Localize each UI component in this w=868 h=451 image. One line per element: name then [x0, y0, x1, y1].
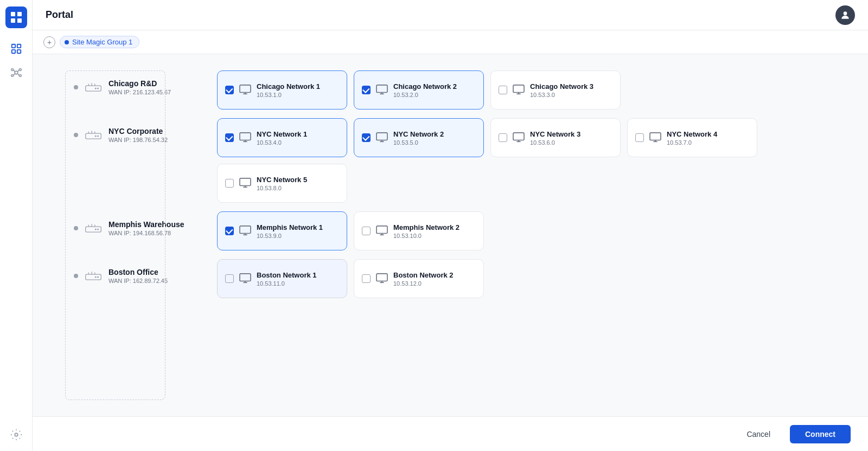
site-row-nyc: NYC Corporate WAN IP: 198.76.54.32 NYC N…	[65, 118, 835, 203]
svg-point-9	[11, 69, 13, 71]
site-row-boston: Boston Office WAN IP: 162.89.72.45 Bosto…	[65, 259, 835, 298]
network-name-nyc-net-2: NYC Network 2	[393, 130, 444, 138]
network-ip-chicago-net-3: 10.53.3.0	[530, 92, 593, 98]
svg-point-8	[15, 71, 18, 74]
network-card-nyc-net-4[interactable]: NYC Network 4 10.53.7.0	[627, 118, 757, 157]
network-checkbox-nyc-net-5[interactable]	[225, 179, 234, 188]
site-row-chicago: Chicago R&D WAN IP: 216.123.45.67 Chicag…	[65, 70, 835, 109]
site-name-chicago: Chicago R&D	[108, 79, 171, 88]
add-group-button[interactable]: +	[43, 36, 55, 48]
network-checkbox-memphis-net-2[interactable]	[362, 227, 371, 235]
network-name-chicago-net-2: Chicago Network 2	[393, 82, 457, 91]
network-card-nyc-net-1[interactable]: NYC Network 1 10.53.4.0	[217, 118, 347, 157]
network-info-boston-net-2: Boston Network 2 10.53.12.0	[393, 271, 454, 287]
svg-rect-25	[240, 85, 251, 93]
site-status-dot	[74, 133, 78, 137]
site-row-memphis: Memphis Warehouse WAN IP: 194.168.56.78 …	[65, 211, 835, 250]
site-name-memphis: Memphis Warehouse	[108, 220, 184, 229]
network-checkbox-memphis-net-1[interactable]	[225, 227, 234, 235]
networks-area-memphis: Memphis Network 1 10.53.9.0 Memphis Netw…	[217, 211, 835, 250]
network-name-boston-net-2: Boston Network 2	[393, 271, 454, 279]
avatar[interactable]	[835, 5, 855, 25]
network-card-chicago-net-3[interactable]: Chicago Network 3 10.53.3.0	[490, 70, 621, 109]
main-content: Portal + Site Magic Group 1 Chicago R&D …	[33, 0, 868, 451]
svg-rect-6	[11, 50, 15, 53]
svg-rect-31	[513, 85, 524, 93]
connect-button[interactable]: Connect	[790, 425, 851, 443]
svg-rect-28	[376, 85, 387, 93]
network-name-memphis-net-2: Memphis Network 2	[393, 223, 459, 231]
network-card-boston-net-1[interactable]: Boston Network 1 10.53.11.0	[217, 259, 347, 298]
network-card-memphis-net-1[interactable]: Memphis Network 1 10.53.9.0	[217, 211, 347, 250]
network-ip-nyc-net-2: 10.53.5.0	[393, 139, 444, 146]
network-checkbox-chicago-net-3[interactable]	[499, 86, 507, 94]
svg-point-71	[97, 276, 99, 278]
network-card-chicago-net-2[interactable]: Chicago Network 2 10.53.2.0	[354, 70, 484, 109]
network-name-boston-net-1: Boston Network 1	[257, 271, 317, 279]
svg-point-18	[844, 11, 847, 15]
network-name-nyc-net-1: NYC Network 1	[257, 130, 307, 138]
network-name-memphis-net-1: Memphis Network 1	[257, 223, 323, 231]
network-checkbox-nyc-net-1[interactable]	[225, 133, 234, 142]
svg-point-12	[19, 75, 21, 77]
site-info-nyc: NYC Corporate WAN IP: 198.76.54.32	[65, 118, 217, 152]
network-ip-memphis-net-2: 10.53.10.0	[393, 233, 459, 239]
sidebar-item-network[interactable]	[7, 39, 26, 59]
svg-point-10	[19, 69, 21, 71]
site-details-boston: Boston Office WAN IP: 162.89.72.45	[108, 268, 168, 284]
svg-point-23	[97, 88, 99, 89]
network-card-nyc-net-5[interactable]: NYC Network 5 10.53.8.0	[217, 164, 347, 203]
site-info-memphis: Memphis Warehouse WAN IP: 194.168.56.78	[65, 211, 217, 245]
network-card-nyc-net-3[interactable]: NYC Network 3 10.53.6.0	[490, 118, 621, 157]
site-wan-boston: WAN IP: 162.89.72.45	[108, 278, 168, 284]
network-info-nyc-net-5: NYC Network 5 10.53.8.0	[257, 176, 307, 191]
network-checkbox-nyc-net-4[interactable]	[635, 133, 644, 142]
svg-point-72	[95, 276, 97, 278]
network-name-chicago-net-1: Chicago Network 1	[257, 82, 320, 91]
network-name-nyc-net-4: NYC Network 4	[667, 130, 717, 138]
svg-rect-3	[17, 18, 22, 23]
network-ip-memphis-net-1: 10.53.9.0	[257, 233, 323, 239]
network-checkbox-nyc-net-3[interactable]	[499, 133, 507, 142]
network-info-nyc-net-4: NYC Network 4 10.53.7.0	[667, 130, 717, 146]
svg-point-17	[15, 433, 18, 436]
site-details-nyc: NYC Corporate WAN IP: 198.76.54.32	[108, 127, 168, 143]
sites-grid: Chicago R&D WAN IP: 216.123.45.67 Chicag…	[65, 70, 835, 307]
site-details-memphis: Memphis Warehouse WAN IP: 194.168.56.78	[108, 220, 184, 236]
site-status-dot	[74, 226, 78, 230]
cancel-button[interactable]: Cancel	[733, 425, 783, 443]
networks-area-boston: Boston Network 1 10.53.11.0 Boston Netwo…	[217, 259, 835, 298]
sidebar-item-settings[interactable]	[7, 425, 26, 444]
site-info-boston: Boston Office WAN IP: 162.89.72.45	[65, 259, 217, 293]
site-status-dot	[74, 274, 78, 278]
svg-rect-1	[17, 12, 22, 16]
svg-line-16	[17, 74, 19, 76]
site-name-nyc: NYC Corporate	[108, 127, 168, 136]
svg-line-13	[13, 70, 15, 72]
network-card-boston-net-2[interactable]: Boston Network 2 10.53.12.0	[354, 259, 484, 298]
breadcrumb-group[interactable]: Site Magic Group 1	[60, 36, 139, 48]
network-card-memphis-net-2[interactable]: Memphis Network 2 10.53.10.0	[354, 211, 484, 250]
network-checkbox-nyc-net-2[interactable]	[362, 133, 371, 142]
network-ip-boston-net-2: 10.53.12.0	[393, 280, 454, 287]
network-ip-chicago-net-2: 10.53.2.0	[393, 92, 457, 98]
network-card-nyc-net-2[interactable]: NYC Network 2 10.53.5.0	[354, 118, 484, 157]
network-info-chicago-net-2: Chicago Network 2 10.53.2.0	[393, 82, 457, 98]
breadcrumb-label: Site Magic Group 1	[72, 38, 132, 46]
network-checkbox-chicago-net-2[interactable]	[362, 86, 371, 94]
sidebar-item-topology[interactable]	[7, 63, 26, 82]
site-wan-memphis: WAN IP: 194.168.56.78	[108, 230, 184, 236]
network-info-nyc-net-3: NYC Network 3 10.53.6.0	[530, 130, 580, 146]
network-checkbox-boston-net-1[interactable]	[225, 274, 234, 283]
svg-line-14	[17, 70, 19, 72]
svg-rect-73	[240, 274, 251, 281]
svg-point-24	[95, 88, 97, 89]
site-wan-nyc: WAN IP: 198.76.54.32	[108, 137, 168, 143]
svg-rect-0	[11, 12, 15, 16]
network-ip-nyc-net-1: 10.53.4.0	[257, 139, 307, 146]
network-checkbox-chicago-net-1[interactable]	[225, 86, 234, 94]
svg-rect-43	[376, 133, 387, 140]
network-card-chicago-net-1[interactable]: Chicago Network 1 10.53.1.0	[217, 70, 347, 109]
svg-rect-4	[11, 44, 15, 48]
network-checkbox-boston-net-2[interactable]	[362, 274, 371, 283]
